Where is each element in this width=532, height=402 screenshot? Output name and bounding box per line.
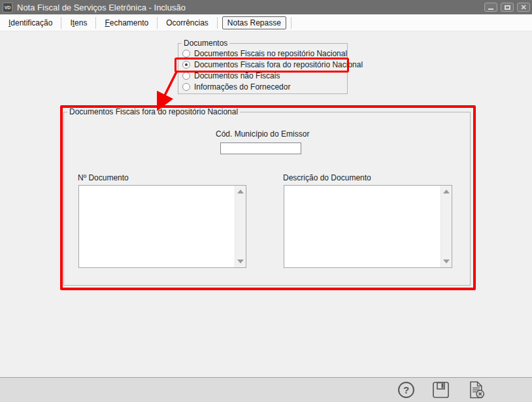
- scroll-up-icon: [237, 190, 244, 193]
- help-icon: ?: [398, 382, 414, 398]
- close-icon: ✕: [520, 4, 526, 11]
- tab-notas-repasse[interactable]: Notas Repasse: [222, 16, 286, 29]
- scroll-down-button[interactable]: [235, 256, 246, 267]
- close-button[interactable]: ✕: [517, 3, 530, 12]
- tab-itens[interactable]: Itens: [61, 18, 95, 27]
- app-icon: VD: [3, 3, 12, 12]
- radio-label: Documentos Fiscais fora do repositório N…: [194, 60, 363, 69]
- scroll-down-button[interactable]: [441, 256, 452, 267]
- num-documento-label: Nº Documento: [78, 173, 129, 182]
- save-icon: [432, 381, 450, 399]
- descricao-documento-scrollbar[interactable]: [441, 186, 452, 267]
- radio-label: Informações do Fornecedor: [194, 82, 290, 92]
- cancel-document-button[interactable]: [467, 380, 486, 399]
- tab-bar: Identificação Itens Fechamento Ocorrênci…: [0, 14, 532, 31]
- radio-informacoes-fornecedor[interactable]: Informações do Fornecedor: [178, 81, 347, 92]
- radio-documentos-fiscais-fora-repositorio[interactable]: Documentos Fiscais fora do repositório N…: [178, 59, 347, 70]
- radio-documentos-nao-fiscais[interactable]: Documentos não Fiscais: [178, 70, 347, 81]
- minimize-button[interactable]: [484, 3, 497, 12]
- scroll-up-button[interactable]: [441, 186, 452, 197]
- radio-circle-icon: [182, 72, 190, 80]
- title-bar: VD Nota Fiscal de Serviços Eletrônica - …: [0, 0, 532, 14]
- cancel-document-icon: [467, 380, 486, 399]
- group-documentos: Documentos Documentos Fiscais no reposit…: [178, 43, 348, 94]
- scroll-down-icon: [443, 260, 450, 263]
- radio-documentos-fiscais-no-repositorio[interactable]: Documentos Fiscais no repositório Nacion…: [178, 48, 347, 59]
- num-documento-list-items: [79, 186, 235, 267]
- maximize-button[interactable]: [501, 3, 514, 12]
- scroll-up-icon: [443, 190, 450, 193]
- app-window: VD Nota Fiscal de Serviços Eletrônica - …: [0, 0, 532, 402]
- group-detail-legend: Documentos Fiscais fora do repositório N…: [67, 107, 240, 116]
- group-documentos-legend: Documentos: [182, 39, 229, 48]
- cod-municipio-input[interactable]: [220, 142, 301, 154]
- window-title: Nota Fiscal de Serviços Eletrônica - Inc…: [17, 3, 186, 12]
- num-documento-listbox[interactable]: [78, 185, 246, 268]
- footer-toolbar: ?: [0, 378, 532, 402]
- tab-ocorrencias[interactable]: Ocorrências: [158, 18, 217, 27]
- radio-label: Documentos não Fiscais: [194, 71, 280, 80]
- radio-circle-icon: [182, 61, 190, 69]
- radio-circle-icon: [182, 83, 190, 91]
- scroll-up-button[interactable]: [235, 186, 246, 197]
- tab-separator: [217, 17, 218, 29]
- save-button[interactable]: [432, 381, 450, 399]
- radio-circle-icon: [182, 50, 190, 58]
- descricao-documento-list-items: [284, 186, 441, 267]
- window-controls: ✕: [484, 3, 530, 12]
- maximize-icon: [505, 5, 510, 10]
- tab-identificacao[interactable]: Identificação: [0, 18, 61, 27]
- radio-group-documentos: Documentos Fiscais no repositório Nacion…: [178, 48, 347, 92]
- minimize-icon: [488, 8, 493, 10]
- num-documento-scrollbar[interactable]: [235, 186, 246, 267]
- descricao-documento-label: Descrição do Documento: [283, 173, 371, 182]
- scroll-down-icon: [237, 260, 244, 263]
- radio-label: Documentos Fiscais no repositório Nacion…: [194, 49, 347, 58]
- cod-municipio-label: Cód. Município do Emissor: [216, 129, 303, 139]
- descricao-documento-listbox[interactable]: [284, 185, 452, 268]
- help-button[interactable]: ?: [398, 381, 415, 398]
- tab-page-notas-repasse: Documentos Documentos Fiscais no reposit…: [0, 31, 532, 377]
- tab-fechamento[interactable]: Fechamento: [96, 18, 157, 27]
- tab-separator: [291, 17, 291, 29]
